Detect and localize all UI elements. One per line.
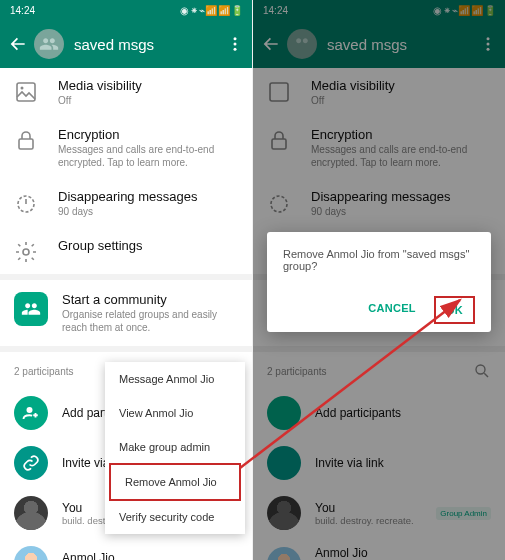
row-title: Encryption xyxy=(58,127,238,142)
lock-icon xyxy=(14,129,38,153)
dialog-ok-button[interactable]: OK xyxy=(434,296,475,324)
svg-point-1 xyxy=(234,43,237,46)
overflow-menu-icon[interactable] xyxy=(226,35,244,53)
ctx-message[interactable]: Message Anmol Jio xyxy=(105,362,245,396)
participant-anmol[interactable]: Anmol Jionot active on this xyxy=(0,538,252,560)
svg-point-9 xyxy=(27,407,33,413)
ctx-make-admin[interactable]: Make group admin xyxy=(105,430,245,464)
confirm-dialog: Remove Anmol Jio from "saved msgs" group… xyxy=(267,232,491,332)
row-media-visibility[interactable]: Media visibilityOff xyxy=(0,68,252,117)
svg-point-2 xyxy=(234,48,237,51)
status-time: 14:24 xyxy=(10,5,35,16)
community-icon xyxy=(14,292,48,326)
dialog-message: Remove Anmol Jio from "saved msgs" group… xyxy=(283,248,475,272)
image-icon xyxy=(14,80,38,104)
svg-rect-5 xyxy=(19,139,33,149)
gear-icon xyxy=(14,240,38,264)
row-title: Media visibility xyxy=(58,78,238,93)
ctx-remove[interactable]: Remove Anmol Jio xyxy=(109,463,241,501)
back-icon[interactable] xyxy=(8,34,28,54)
row-community[interactable]: Start a communityOrganise related groups… xyxy=(0,280,252,346)
status-bar: 14:24 ◉ ⁕ ⌁ 📶 📶 🔋 xyxy=(0,0,252,20)
context-menu: Message Anmol Jio View Anmol Jio Make gr… xyxy=(105,362,245,534)
participant-name: Anmol Jio xyxy=(62,551,238,561)
status-icons: ◉ ⁕ ⌁ 📶 📶 🔋 xyxy=(180,5,242,16)
svg-point-4 xyxy=(21,87,24,90)
dialog-cancel-button[interactable]: CANCEL xyxy=(358,296,426,324)
row-title: Group settings xyxy=(58,238,238,253)
svg-rect-3 xyxy=(17,83,35,101)
row-title: Disappearing messages xyxy=(58,189,238,204)
avatar xyxy=(14,546,48,560)
row-sub: 90 days xyxy=(58,205,238,218)
row-sub: Organise related groups and easily reach… xyxy=(62,308,238,334)
timer-icon xyxy=(14,191,38,215)
ctx-view[interactable]: View Anmol Jio xyxy=(105,396,245,430)
add-person-icon xyxy=(14,396,48,430)
app-bar: saved msgs xyxy=(0,20,252,68)
link-icon xyxy=(14,446,48,480)
row-disappearing[interactable]: Disappearing messages90 days xyxy=(0,179,252,228)
svg-point-0 xyxy=(234,37,237,40)
row-sub: Messages and calls are end-to-end encryp… xyxy=(58,143,238,169)
svg-point-7 xyxy=(23,249,29,255)
row-title: Start a community xyxy=(62,292,238,307)
ctx-verify[interactable]: Verify security code xyxy=(105,500,245,534)
row-encryption[interactable]: EncryptionMessages and calls are end-to-… xyxy=(0,117,252,179)
avatar xyxy=(14,496,48,530)
row-sub: Off xyxy=(58,94,238,107)
participants-count: 2 participants xyxy=(14,366,73,377)
appbar-title: saved msgs xyxy=(74,36,226,53)
row-group-settings[interactable]: Group settings xyxy=(0,228,252,274)
group-avatar[interactable] xyxy=(34,29,64,59)
